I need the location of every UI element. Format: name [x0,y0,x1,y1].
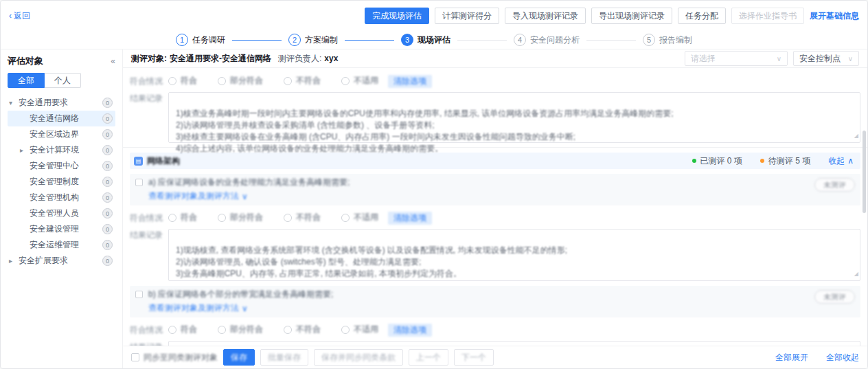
count-badge: 0 [102,240,113,250]
item-checkbox[interactable] [135,291,143,298]
collapse-all-link[interactable]: 全部收起 [826,352,859,364]
filter-placeholder: 请选择 [691,53,716,65]
radio-nonconform[interactable]: 不符合 [284,324,321,335]
radio-conform[interactable]: 符合 [168,324,197,335]
batch-save-button[interactable]: 批量保存 [260,349,308,366]
tree-item-security-management-system[interactable]: 安全管理制度 0 [8,174,115,190]
sidebar-collapse-icon[interactable]: « [111,56,115,66]
step-plan-compile[interactable]: 2 方案编制 [288,34,338,46]
previous-item-button[interactable]: 上一个 [409,349,448,366]
export-records-button[interactable]: 导出现场测评记录 [591,8,672,24]
count-badge: 0 [102,224,113,234]
result-record-textarea[interactable]: 1)核查业务高峰时期一段时间内主要网络设备的CPU使用率和内存使用率, 结果显示… [168,92,860,143]
not-evaluated-pill[interactable]: 未测评 [814,178,855,192]
record-row: 结果记录 1)核查业务高峰时期一段时间内主要网络设备的CPU使用率和内存使用率,… [130,92,860,143]
step-circle: 1 [176,34,188,46]
count-badge: 0 [102,256,113,266]
back-link[interactable]: ‹ 返回 [9,10,30,22]
save-button[interactable]: 保存 [223,349,255,366]
radio-partial-conform[interactable]: 部分符合 [218,75,263,87]
step-label: 报告编制 [659,34,692,46]
filter-select[interactable]: 请选择 ∨ [685,51,788,66]
caret-right-icon[interactable]: ▸ [9,257,19,265]
tree-item-security-ops-management[interactable]: 安全运维管理 0 [8,237,115,253]
collapse-section-link[interactable]: 收起 ∧ [828,155,854,167]
radio-not-applicable[interactable]: 不适用 [341,324,378,335]
evaluation-scroll-area[interactable]: 符合情况 符合 部分符合 不符合 不适用 清除选项 结果记录 1)核查业务高峰时… [123,68,867,346]
sync-checkbox-wrap[interactable]: 同步至同类测评对象 [131,352,218,364]
view-method-label: 查看测评对象及测评方法 [148,190,239,202]
topbar-actions: 完成现场评估 计算测评得分 导入现场测评记录 导出现场测评记录 任务分配 选择作… [365,8,859,24]
step-report-compile[interactable]: 5 报告编制 [643,34,692,46]
view-method-link[interactable]: 查看测评对象及测评方法 ∨ [148,190,248,202]
step-onsite-evaluation[interactable]: 3 现场评估 [401,34,450,46]
radio-icon [218,214,226,222]
tree-item-security-construction-management[interactable]: 安全建设管理 0 [8,221,115,237]
radio-not-applicable[interactable]: 不适用 [341,75,378,87]
chevron-down-icon: ∨ [242,192,248,201]
checkbox-icon[interactable] [131,353,139,361]
chevron-down-icon: ∨ [242,304,248,313]
radio-partial-conform[interactable]: 部分符合 [218,324,263,335]
clear-options-link[interactable]: 清除选项 [388,212,432,225]
compliance-label: 符合情况 [130,212,168,224]
step-circle: 5 [643,34,655,46]
result-record-textarea[interactable]: 1)现场核查, 查看网络业务系统部署环境 (含交换机等设备) 以及设备配置情况,… [168,229,860,281]
radio-partial-conform[interactable]: 部分符合 [218,212,263,223]
step-problem-analysis[interactable]: 4 安全问题分析 [514,34,580,46]
tab-all[interactable]: 全部 [8,73,45,88]
step-task-research[interactable]: 1 任务调研 [176,34,225,46]
back-arrow-icon: ‹ [9,11,12,21]
radio-conform[interactable]: 符合 [168,212,197,223]
collapse-label: 收起 [828,155,845,167]
finish-onsite-evaluation-button[interactable]: 完成现场评估 [365,8,429,24]
radio-nonconform[interactable]: 不符合 [284,75,321,87]
sidebar-tabs: 全部 个人 [8,73,115,88]
tree-item-general-requirements[interactable]: ▾ 安全通用要求 0 [8,95,115,111]
tree-label: 安全通用要求 [19,97,68,109]
import-records-button[interactable]: 导入现场测评记录 [505,8,586,24]
clear-options-link[interactable]: 清除选项 [388,324,432,337]
expand-all-link[interactable]: 全部展开 [775,352,808,364]
task-assign-button[interactable]: 任务分配 [678,8,726,24]
view-method-link[interactable]: 查看测评对象及测评方法 ∨ [148,302,248,314]
tab-personal[interactable]: 个人 [45,73,81,88]
expand-basic-info-link[interactable]: 展开基础信息 [810,10,859,22]
radio-nonconform[interactable]: 不符合 [284,212,321,223]
next-item-button[interactable]: 下一个 [454,349,494,366]
save-sync-similar-button[interactable]: 保存并同步同类条款 [314,349,403,366]
resize-grip-icon[interactable]: ◢ [854,130,858,142]
caret-down-icon[interactable]: ▾ [9,99,19,107]
resize-grip-icon[interactable]: ◢ [854,268,858,280]
tree-item-secure-area-boundary[interactable]: 安全区域边界 0 [8,126,115,142]
tree-item-security-management-personnel[interactable]: 安全管理人员 0 [8,205,115,221]
radio-icon [218,77,226,85]
tree-item-extended-requirements[interactable]: ▸ 安全扩展要求 0 [8,253,115,269]
select-guidebook-button[interactable]: 选择作业指导书 [731,8,804,24]
tree-item-security-management-org[interactable]: 安全管理机构 0 [8,190,115,205]
tree-item-secure-communication-network[interactable]: 安全通信网络 0 [8,111,115,126]
not-evaluated-pill[interactable]: 未测评 [814,290,855,304]
clear-options-link[interactable]: 清除选项 [388,75,432,88]
tree-item-security-management-center[interactable]: 安全管理中心 0 [8,158,115,174]
tree-item-secure-computing-environment[interactable]: ▸ 安全计算环境 0 [8,142,115,158]
step-label: 安全问题分析 [530,34,580,46]
calc-score-button[interactable]: 计算测评得分 [435,8,499,24]
save-label: 保存 [231,353,247,362]
control-point-select[interactable]: 安全控制点 ∨ [793,51,859,66]
caret-right-icon[interactable]: ▸ [20,146,30,154]
scrollbar-thumb[interactable] [863,131,866,213]
item-title: a) 应保证网络设备的业务处理能力满足业务高峰期需要; [148,177,350,188]
action-footer: 同步至同类测评对象 保存 批量保存 保存并同步同类条款 上一个 下一个 全部展开… [123,346,867,368]
item-checkbox[interactable] [135,179,143,186]
radio-label: 符合 [181,324,197,335]
section-title: 网络架构 [147,155,180,167]
radio-label: 符合 [181,75,197,87]
leader-value: xyx [324,54,338,63]
result-record-textarea[interactable]: 1)查看相关带宽配置记录: 【 】; 2)访谈相关人员: 【 】; 3)核查各部… [168,341,860,346]
top-bar: ‹ 返回 完成现场评估 计算测评得分 导入现场测评记录 导出现场测评记录 任务分… [1,1,867,31]
radio-conform[interactable]: 符合 [168,75,197,87]
radio-not-applicable[interactable]: 不适用 [341,212,378,223]
radio-icon [218,326,226,334]
tree-label: 安全建设管理 [30,223,79,235]
